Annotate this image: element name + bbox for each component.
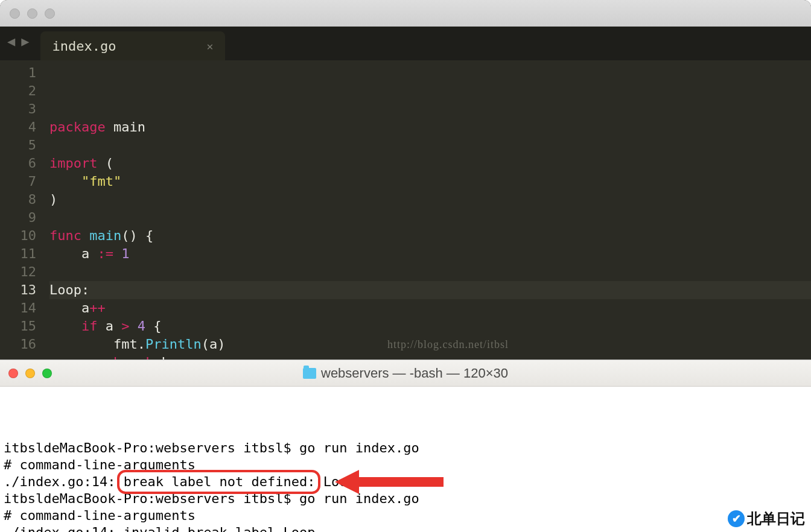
terminal-title-text: webservers — -bash — 120×30 [321, 366, 508, 381]
terminal-line: itbsldeMacBook-Pro:webservers itbsl$ go … [4, 490, 807, 507]
code-line: a++ [49, 299, 811, 317]
line-number: 11 [0, 245, 36, 263]
tab-label: index.go [52, 39, 116, 54]
editor-titlebar [0, 0, 811, 27]
terminal-body[interactable]: itbsldeMacBook-Pro:webservers itbsl$ go … [0, 387, 811, 532]
code-line: a := 1 [49, 245, 811, 263]
line-number: 6 [0, 154, 36, 173]
code-line: import ( [49, 154, 811, 173]
nav-forward-icon[interactable]: ▶ [21, 34, 29, 49]
terminal-line: ./index.go:14: break label not defined: … [4, 473, 807, 490]
code-line: package main [49, 118, 811, 136]
code-line: "fmt" [49, 173, 811, 191]
editor-window: ◀ ▶ index.go ✕ 12345678910111213141516 h… [0, 0, 811, 408]
brand-icon: ✔ [728, 510, 745, 527]
traffic-close-icon[interactable] [10, 8, 20, 19]
nav-back-icon[interactable]: ◀ [7, 34, 15, 49]
line-number: 5 [0, 136, 36, 154]
line-number: 7 [0, 173, 36, 191]
terminal-window: webservers — -bash — 120×30 itbsldeMacBo… [0, 359, 811, 532]
line-number-gutter: 12345678910111213141516 [0, 64, 49, 408]
brand-text: 北单日记 [747, 509, 805, 528]
terminal-titlebar: webservers — -bash — 120×30 [0, 360, 811, 387]
traffic-minimize-icon[interactable] [27, 8, 37, 19]
tab-close-icon[interactable]: ✕ [206, 40, 213, 52]
code-line [49, 209, 811, 227]
code-line: Loop: [49, 281, 811, 299]
line-number: 8 [0, 191, 36, 209]
tab-history-nav: ◀ ▶ [7, 34, 30, 54]
line-number: 4 [0, 118, 36, 136]
tab-index-go[interactable]: index.go ✕ [40, 31, 226, 60]
code-line: fmt.Println(a) [49, 335, 811, 353]
terminal-line: itbsldeMacBook-Pro:webservers itbsl$ go … [4, 440, 807, 457]
editor-tabbar: ◀ ▶ index.go ✕ [0, 27, 811, 60]
folder-icon [303, 368, 316, 379]
line-number: 9 [0, 209, 36, 227]
terminal-line: # command-line-arguments [4, 457, 807, 473]
line-number: 3 [0, 100, 36, 118]
code-line [49, 263, 811, 281]
line-number: 10 [0, 227, 36, 245]
brand-badge: ✔ 北单日记 [728, 509, 805, 528]
code-line: ) [49, 191, 811, 209]
line-number: 1 [0, 64, 36, 82]
line-number: 13 [0, 281, 36, 299]
editor-body: 12345678910111213141516 http://blog.csdn… [0, 60, 811, 408]
terminal-line: ./index.go:14: invalid break label Loop [4, 524, 807, 532]
line-number: 14 [0, 299, 36, 317]
line-number: 15 [0, 317, 36, 335]
code-line [49, 136, 811, 154]
line-number: 2 [0, 82, 36, 100]
traffic-zoom-icon[interactable] [45, 8, 55, 19]
code-line: func main() { [49, 227, 811, 245]
line-number: 16 [0, 335, 36, 353]
terminal-line: # command-line-arguments [4, 507, 807, 524]
code-line: if a > 4 { [49, 317, 811, 335]
code-area[interactable]: http://blog.csdn.net/itbsl package maini… [49, 64, 811, 408]
terminal-title: webservers — -bash — 120×30 [0, 366, 811, 381]
line-number: 12 [0, 263, 36, 281]
